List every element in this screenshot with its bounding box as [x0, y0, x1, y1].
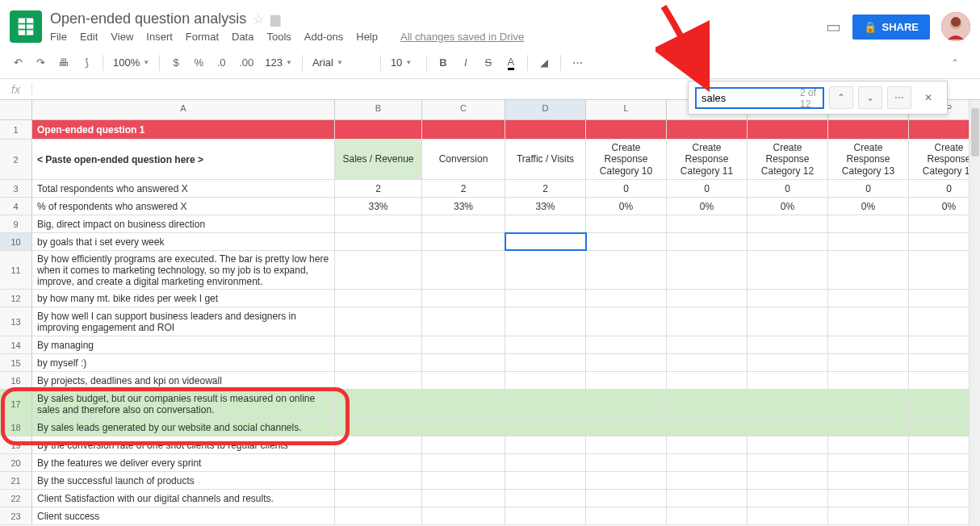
cell[interactable]: [335, 215, 422, 232]
currency-icon[interactable]: $: [166, 53, 186, 72]
font-select[interactable]: Arial▼: [309, 55, 374, 70]
text-color-icon[interactable]: A: [501, 52, 521, 73]
menu-format[interactable]: Format: [186, 31, 219, 43]
cell[interactable]: [335, 454, 422, 471]
cell[interactable]: [667, 419, 748, 436]
cell[interactable]: 2: [422, 180, 505, 197]
cell[interactable]: [828, 390, 909, 418]
vertical-scrollbar[interactable]: [969, 100, 980, 526]
cell[interactable]: By managing: [32, 336, 335, 353]
zoom-select[interactable]: 100%▼: [110, 55, 153, 70]
strike-icon[interactable]: S: [479, 53, 498, 72]
cell[interactable]: [586, 290, 667, 307]
cell[interactable]: [828, 233, 909, 250]
spreadsheet-grid[interactable]: A B C D L M N O P 1Open-ended question 1…: [0, 100, 980, 526]
cell[interactable]: [748, 336, 828, 353]
cell[interactable]: [748, 507, 828, 524]
cell[interactable]: Create Response Category 13: [828, 140, 909, 179]
cell[interactable]: [422, 436, 505, 453]
cell[interactable]: 0%: [667, 198, 748, 215]
cell[interactable]: [748, 454, 828, 471]
cell[interactable]: Client Satisfaction with our digital cha…: [32, 490, 335, 507]
cell[interactable]: [505, 436, 586, 453]
cell[interactable]: [748, 233, 828, 250]
cell[interactable]: [335, 354, 422, 371]
row-header[interactable]: 22: [0, 490, 32, 507]
menu-edit[interactable]: Edit: [80, 31, 98, 43]
cell[interactable]: [667, 390, 748, 418]
cell[interactable]: [586, 233, 667, 250]
cell[interactable]: [335, 372, 422, 389]
col-header-L[interactable]: L: [586, 100, 667, 119]
cell[interactable]: [586, 336, 667, 353]
cell[interactable]: [667, 336, 748, 353]
cell[interactable]: [667, 307, 748, 336]
increase-decimal-icon[interactable]: .00: [234, 53, 258, 72]
cell[interactable]: By the features we deliver every sprint: [32, 454, 335, 471]
cell[interactable]: [828, 120, 909, 139]
cell[interactable]: By sales leads generated by our website …: [32, 419, 335, 436]
menu-tools[interactable]: Tools: [266, 31, 291, 43]
cell[interactable]: Create Response Category 11: [667, 140, 748, 179]
menu-help[interactable]: Help: [356, 31, 378, 43]
cell[interactable]: [505, 472, 586, 489]
cell[interactable]: [505, 390, 586, 418]
cell[interactable]: Create Response Category 12: [748, 140, 828, 179]
cell[interactable]: [748, 436, 828, 453]
folder-icon[interactable]: ▆: [270, 11, 280, 27]
cell[interactable]: By projects, deadlines and kpi on videow…: [32, 372, 335, 389]
cell[interactable]: [505, 307, 586, 336]
cell[interactable]: [748, 307, 828, 336]
cell[interactable]: [422, 251, 505, 289]
more-icon[interactable]: ⋯: [567, 53, 588, 72]
cell[interactable]: 0%: [828, 198, 909, 215]
cell[interactable]: [828, 454, 909, 471]
cell[interactable]: [586, 372, 667, 389]
cell[interactable]: 0%: [748, 198, 828, 215]
cell[interactable]: [422, 507, 505, 524]
cell[interactable]: By sales budget, but our companies resul…: [32, 390, 335, 418]
col-header-A[interactable]: A: [32, 100, 335, 119]
cell[interactable]: [828, 336, 909, 353]
cell[interactable]: [335, 507, 422, 524]
cell[interactable]: [828, 490, 909, 507]
row-header[interactable]: 20: [0, 454, 32, 471]
cell[interactable]: [335, 290, 422, 307]
row-header[interactable]: 11: [0, 251, 32, 289]
col-header-B[interactable]: B: [335, 100, 422, 119]
cell[interactable]: [748, 490, 828, 507]
paint-format-icon[interactable]: ⟆: [77, 53, 96, 72]
redo-icon[interactable]: ↷: [31, 53, 50, 72]
row-header[interactable]: 17: [0, 390, 32, 418]
cell[interactable]: [335, 251, 422, 289]
cell[interactable]: [748, 372, 828, 389]
cell[interactable]: [335, 233, 422, 250]
cell[interactable]: [335, 419, 422, 436]
cell[interactable]: [828, 472, 909, 489]
cell[interactable]: [505, 419, 586, 436]
cell[interactable]: [667, 215, 748, 232]
cell[interactable]: [748, 120, 828, 139]
cell[interactable]: [667, 251, 748, 289]
menu-addons[interactable]: Add-ons: [304, 31, 343, 43]
cell[interactable]: [828, 507, 909, 524]
menu-file[interactable]: File: [50, 31, 67, 43]
share-button[interactable]: 🔒 SHARE: [852, 15, 930, 40]
cell[interactable]: [335, 336, 422, 353]
cell[interactable]: [667, 120, 748, 139]
row-header[interactable]: 12: [0, 290, 32, 307]
cell[interactable]: [828, 419, 909, 436]
cell[interactable]: By how well I can support business leade…: [32, 307, 335, 336]
row-header[interactable]: 1: [0, 120, 32, 139]
cell[interactable]: [586, 490, 667, 507]
cell[interactable]: [586, 307, 667, 336]
cell[interactable]: [505, 120, 586, 139]
row-header[interactable]: 14: [0, 336, 32, 353]
decrease-decimal-icon[interactable]: .0: [211, 53, 231, 72]
select-all-corner[interactable]: [0, 100, 32, 119]
cell[interactable]: by myself :): [32, 354, 335, 371]
cell[interactable]: Sales / Revenue: [335, 140, 422, 179]
cell[interactable]: [748, 472, 828, 489]
cell[interactable]: [748, 419, 828, 436]
cell[interactable]: [335, 307, 422, 336]
